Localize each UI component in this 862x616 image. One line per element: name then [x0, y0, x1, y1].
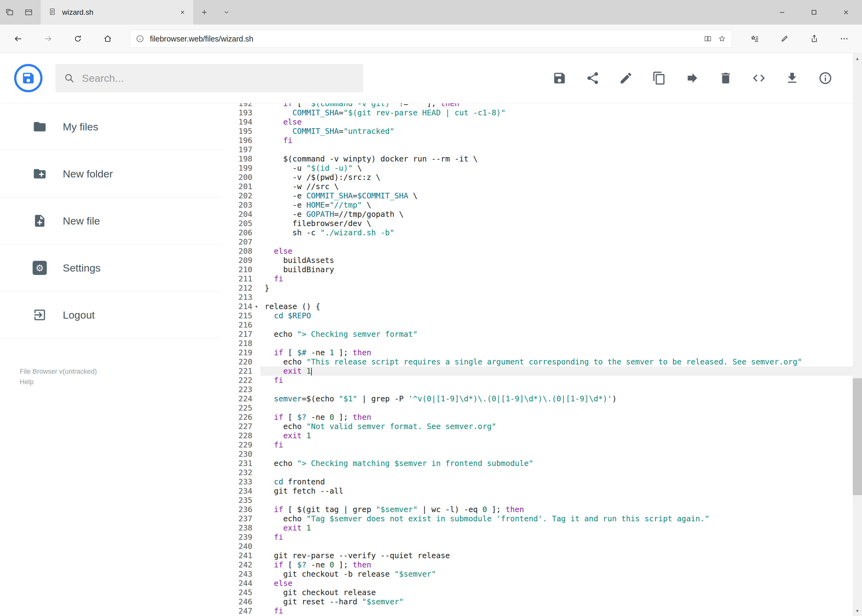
scroll-up-arrow-icon[interactable]: ▲ — [853, 53, 862, 64]
code-line[interactable]: 194 else — [222, 118, 853, 127]
code-line[interactable]: 218 — [222, 339, 853, 348]
code-line[interactable]: 212} — [222, 284, 853, 293]
new-tab-button[interactable] — [193, 0, 216, 25]
home-button[interactable] — [93, 25, 123, 53]
code-line[interactable]: 220 echo "This release script requires a… — [222, 357, 853, 366]
page-scrollbar[interactable]: ▲ ▼ — [853, 53, 862, 616]
code-line[interactable]: 196 fi — [222, 136, 853, 145]
code-line[interactable]: 219 if [ $# -ne 1 ]; then — [222, 348, 853, 357]
code-line[interactable]: 217 echo "> Checking semver format" — [222, 330, 853, 339]
code-line[interactable]: 195 COMMIT_SHA="untracked" — [222, 127, 853, 136]
sidebar-item-settings[interactable]: ⚙Settings — [0, 245, 222, 292]
share-page-button[interactable] — [799, 25, 829, 53]
code-line[interactable]: 230 — [222, 449, 853, 459]
code-line[interactable]: 241 git rev-parse --verify --quiet relea… — [222, 551, 853, 560]
code-line[interactable]: 197 — [222, 145, 853, 154]
info-button[interactable] — [818, 71, 832, 85]
code-line[interactable]: 202 -e COMMIT_SHA=$COMMIT_SHA \ — [222, 191, 853, 201]
code-editor[interactable]: 192 if [ "$(command -v git)" != "" ]; th… — [222, 103, 853, 616]
code-line[interactable]: 204 -e GOPATH=//tmp/gopath \ — [222, 210, 853, 219]
code-line[interactable]: 226 if [ $? -ne 0 ]; then — [222, 413, 853, 422]
minimize-button[interactable] — [766, 0, 798, 25]
share-button[interactable] — [586, 71, 600, 85]
forward-button[interactable] — [33, 25, 63, 53]
code-line[interactable]: 205 filebrowser/dev \ — [222, 219, 853, 228]
tabs-preview-button[interactable] — [19, 0, 38, 25]
line-number: 239 — [222, 533, 252, 542]
web-note-button[interactable] — [769, 25, 799, 53]
code-line[interactable]: 199 -u "$(id -u)" \ — [222, 163, 853, 173]
code-line[interactable]: 235 — [222, 496, 853, 505]
sidebar-item-new-folder[interactable]: New folder — [0, 150, 222, 198]
sidebar-item-logout[interactable]: Logout — [0, 292, 222, 339]
code-line[interactable]: 247 fi — [222, 607, 853, 616]
code-line[interactable]: 243 git checkout -b release "$semver" — [222, 570, 853, 579]
move-button[interactable] — [686, 71, 700, 85]
code-line[interactable]: 222 fi — [222, 376, 853, 385]
url-field[interactable]: filebrowser.web/files/wizard.sh — [130, 30, 732, 48]
refresh-button[interactable] — [63, 25, 93, 53]
code-line[interactable]: 231 echo "> Checking matching $semver in… — [222, 459, 853, 468]
close-window-button[interactable] — [830, 0, 862, 25]
code-line[interactable]: 214▾release () { — [222, 302, 853, 311]
code-line[interactable]: 192 if [ "$(command -v git)" != "" ]; th… — [222, 103, 853, 108]
code-line[interactable]: 223 — [222, 385, 853, 394]
code-line[interactable]: 213 — [222, 293, 853, 302]
add-favorite-button[interactable] — [718, 35, 726, 43]
scrollbar-thumb[interactable] — [853, 378, 862, 495]
code-line[interactable]: 246 git reset --hard "$semver" — [222, 597, 853, 607]
fold-marker-icon[interactable]: ▾ — [252, 302, 260, 311]
code-line[interactable]: 207 — [222, 237, 853, 247]
copy-button[interactable] — [652, 71, 666, 85]
browser-tab[interactable]: wizard.sh — [41, 0, 193, 25]
more-menu-button[interactable] — [829, 25, 859, 53]
save-button[interactable] — [552, 71, 567, 85]
show-tab-previews-button[interactable] — [216, 0, 238, 25]
hub-button[interactable] — [739, 25, 769, 53]
code-line[interactable]: 193 COMMIT_SHA="$(git rev-parse HEAD | c… — [222, 108, 853, 118]
download-button[interactable] — [785, 71, 799, 85]
code-line[interactable]: 237 echo "Tag $semver does not exist in … — [222, 514, 853, 523]
code-line[interactable]: 209 buildAssets — [222, 256, 853, 265]
code-line[interactable]: 233 cd frontend — [222, 477, 853, 487]
maximize-button[interactable] — [798, 0, 830, 25]
code-line[interactable]: 201 -w //src \ — [222, 182, 853, 191]
code-line[interactable]: 198 $(command -v winpty) docker run --rm… — [222, 154, 853, 163]
code-line[interactable]: 203 -e HOME="//tmp" \ — [222, 201, 853, 210]
set-tabs-aside-button[interactable] — [0, 0, 19, 25]
code-line[interactable]: 245 git checkout release — [222, 588, 853, 597]
code-line[interactable]: 238 exit 1 — [222, 523, 853, 533]
rename-button[interactable] — [619, 71, 633, 85]
code-line[interactable]: 224 semver=$(echo "$1" | grep -P '^v(0|[… — [222, 394, 853, 404]
search-input[interactable] — [82, 72, 355, 84]
site-info-icon[interactable] — [136, 35, 144, 43]
help-link[interactable]: Help — [20, 377, 33, 387]
delete-button[interactable] — [719, 71, 733, 85]
tab-close-button[interactable] — [179, 9, 186, 16]
code-line[interactable]: 215 cd $REPO — [222, 311, 853, 321]
code-line[interactable]: 225 — [222, 404, 853, 413]
code-line[interactable]: 216 — [222, 321, 853, 330]
code-line[interactable]: 242 if [ $? -ne 0 ]; then — [222, 560, 853, 570]
code-line[interactable]: 229 fi — [222, 440, 853, 449]
scroll-down-arrow-icon[interactable]: ▼ — [853, 605, 862, 616]
code-line[interactable]: 227 echo "Not valid semver format. See s… — [222, 422, 853, 431]
code-line[interactable]: 244 else — [222, 579, 853, 588]
code-line[interactable]: 200 -v /$(pwd):/src:z \ — [222, 173, 853, 182]
code-line[interactable]: 234 git fetch --all — [222, 487, 853, 496]
sidebar-item-new-file[interactable]: New file — [0, 198, 222, 245]
code-line[interactable]: 239 fi — [222, 533, 853, 542]
code-line[interactable]: 236 if [ $(git tag | grep "$semver" | wc… — [222, 505, 853, 514]
code-line[interactable]: 240 — [222, 542, 853, 551]
code-line[interactable]: 210 buildBinary — [222, 265, 853, 274]
code-line[interactable]: 211 fi — [222, 274, 853, 284]
code-line[interactable]: 206 sh -c "./wizard.sh -b" — [222, 228, 853, 237]
back-button[interactable] — [3, 25, 33, 53]
reading-view-button[interactable] — [703, 35, 712, 43]
code-line[interactable]: 221 exit 1 — [222, 366, 853, 376]
raw-button[interactable] — [752, 71, 766, 85]
code-line[interactable]: 228 exit 1 — [222, 431, 853, 440]
code-line[interactable]: 208 else — [222, 247, 853, 256]
sidebar-item-my-files[interactable]: My files — [0, 103, 222, 150]
code-line[interactable]: 232 — [222, 468, 853, 477]
